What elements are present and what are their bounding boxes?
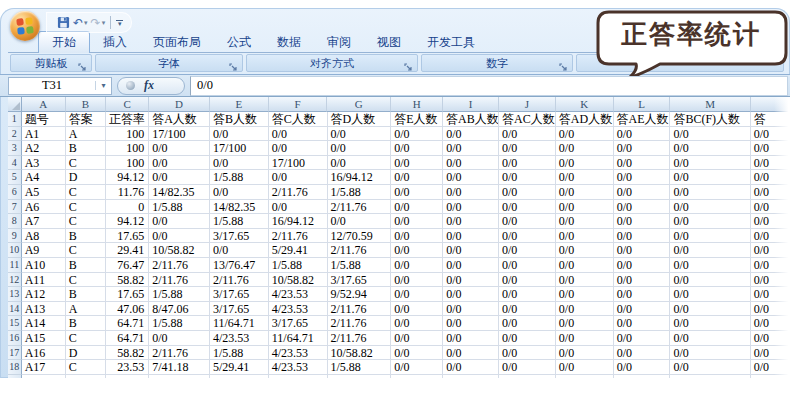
row-header-14[interactable]: 14 [8, 302, 22, 317]
cell[interactable]: 0/0 [391, 156, 443, 171]
cell[interactable]: A15 [22, 331, 66, 346]
cell[interactable]: 0/0 [269, 127, 328, 142]
cell[interactable]: 0/0 [556, 243, 614, 258]
cell[interactable]: 3/17.65 [210, 287, 269, 302]
cell[interactable]: 0/0 [391, 302, 443, 317]
cell[interactable]: 1/5.88 [149, 200, 210, 215]
cell[interactable]: C [66, 273, 106, 288]
cell[interactable]: 0/0 [443, 360, 499, 375]
cell[interactable]: 0/0 [556, 360, 614, 375]
cell[interactable]: 0/0 [614, 185, 671, 200]
cell[interactable]: 2/11.76 [269, 185, 328, 200]
column-header-F[interactable]: F [269, 97, 328, 112]
cell[interactable]: 0/0 [751, 243, 790, 258]
cell[interactable]: 0/0 [391, 273, 443, 288]
cell[interactable]: 0/0 [751, 170, 790, 185]
cell[interactable]: 0/0 [751, 141, 790, 156]
cell[interactable]: 0/0 [751, 360, 790, 375]
cell[interactable]: 答AE人数 [614, 112, 671, 127]
cell[interactable]: C [66, 243, 106, 258]
name-box[interactable]: T31 ▾ [8, 77, 112, 95]
cell[interactable]: 0/0 [391, 243, 443, 258]
cell[interactable]: 2/11.76 [269, 229, 328, 244]
cell[interactable]: 0/0 [670, 243, 750, 258]
cell[interactable]: 0/0 [614, 127, 671, 142]
cell[interactable]: 0/0 [499, 214, 556, 229]
cell[interactable]: 0/0 [614, 360, 671, 375]
cell[interactable]: 题号 [22, 112, 66, 127]
cell[interactable]: 17.65 [106, 229, 149, 244]
cell[interactable]: 0/0 [556, 229, 614, 244]
cell[interactable]: 0/0 [391, 214, 443, 229]
select-all-corner[interactable] [8, 97, 22, 112]
save-icon[interactable] [57, 16, 70, 29]
cell[interactable]: 0/0 [499, 185, 556, 200]
cell[interactable]: 0/0 [391, 170, 443, 185]
cell[interactable]: 0/0 [391, 360, 443, 375]
cell[interactable]: 0/0 [210, 127, 269, 142]
column-header-A[interactable]: A [22, 97, 66, 112]
row-header-2[interactable]: 2 [8, 127, 22, 142]
column-header-B[interactable]: B [66, 97, 106, 112]
cell[interactable]: 0/0 [499, 170, 556, 185]
row-header-8[interactable]: 8 [8, 214, 22, 229]
cell[interactable]: C [66, 156, 106, 171]
cell[interactable]: 94.12 [106, 170, 149, 185]
cell[interactable]: A14 [22, 316, 66, 331]
cell[interactable]: 0/0 [670, 141, 750, 156]
undo-icon[interactable]: ↶ [73, 17, 83, 29]
cell[interactable]: 0/0 [328, 141, 392, 156]
ribbon-tab-2[interactable]: 插入 [90, 32, 140, 52]
cell[interactable]: 0/0 [499, 316, 556, 331]
cell[interactable]: A10 [22, 258, 66, 273]
cell[interactable]: 100 [106, 156, 149, 171]
cell[interactable]: 0/0 [614, 258, 671, 273]
cell[interactable]: 0/0 [499, 360, 556, 375]
cell[interactable]: 0/0 [443, 141, 499, 156]
cell[interactable]: C [66, 331, 106, 346]
cell[interactable]: 64.71 [106, 316, 149, 331]
cell[interactable]: 0/0 [499, 346, 556, 361]
cell[interactable]: 1/5.88 [149, 287, 210, 302]
cell[interactable]: 1/5.88 [210, 346, 269, 361]
cell[interactable]: 0/0 [670, 346, 750, 361]
cell[interactable]: 0/0 [670, 156, 750, 171]
cell[interactable]: 0/0 [614, 243, 671, 258]
cell[interactable]: A5 [22, 185, 66, 200]
cell[interactable]: 17/100 [269, 156, 328, 171]
cell[interactable]: 0/0 [670, 273, 750, 288]
cell[interactable]: 2/11.76 [328, 243, 392, 258]
cell[interactable]: C [66, 214, 106, 229]
cell[interactable]: 1/5.88 [328, 258, 392, 273]
cell[interactable]: 0/0 [443, 346, 499, 361]
cell[interactable]: A16 [22, 346, 66, 361]
cell[interactable]: 0/0 [443, 331, 499, 346]
column-header-G[interactable]: G [327, 97, 391, 112]
cell[interactable]: A [66, 302, 106, 317]
cell[interactable]: 0/0 [556, 316, 614, 331]
cell[interactable]: 100 [106, 127, 149, 142]
cell[interactable]: 答A人数 [149, 112, 210, 127]
redo-dropdown-icon[interactable]: ▾ [102, 19, 106, 27]
cell[interactable]: 0/0 [751, 346, 790, 361]
cell[interactable]: 0/0 [443, 273, 499, 288]
cell[interactable]: A2 [22, 141, 66, 156]
cell[interactable]: 0/0 [556, 141, 614, 156]
cell[interactable]: 3/17.65 [269, 316, 328, 331]
ribbon-tab-6[interactable]: 审阅 [314, 32, 364, 52]
cell[interactable]: 58.82 [106, 346, 149, 361]
cell[interactable]: A13 [22, 302, 66, 317]
cell[interactable]: B [66, 316, 106, 331]
cell[interactable]: 0/0 [614, 287, 671, 302]
cell[interactable]: 0/0 [751, 273, 790, 288]
cell[interactable]: 4/23.53 [269, 346, 328, 361]
cell[interactable]: 14/82.35 [210, 200, 269, 215]
cell[interactable]: 0/0 [443, 214, 499, 229]
cell[interactable]: 9/52.94 [328, 287, 392, 302]
cell[interactable]: 47.06 [106, 302, 149, 317]
cell[interactable]: 0/0 [499, 156, 556, 171]
cell[interactable]: D [66, 170, 106, 185]
cell[interactable]: 58.82 [106, 273, 149, 288]
cell[interactable]: 0/0 [269, 170, 328, 185]
row-header-3[interactable]: 3 [8, 141, 22, 156]
